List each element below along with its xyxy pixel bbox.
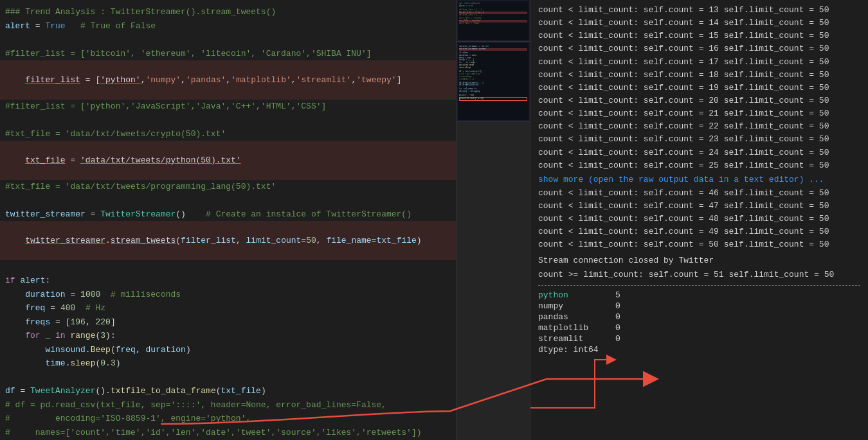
code-line-12: twitter_streamer = TwitterStreamer() # C… bbox=[0, 207, 456, 222]
output-line-48: count < limit_count: self.count = 48 sel… bbox=[538, 213, 860, 225]
output-line-47: count < limit_count: self.count = 47 sel… bbox=[538, 200, 860, 213]
code-line-2: alert = True # True of False bbox=[0, 19, 456, 33]
code-line-14 bbox=[0, 260, 456, 274]
thumb-code-2: twitter_streamer = Twitter twitter_strea… bbox=[458, 43, 529, 120]
output-line-20: count < limit_count: self.count = 20 sel… bbox=[538, 94, 860, 107]
code-line-4: #filter_list = ['bitcoin', 'ethereum', '… bbox=[0, 47, 456, 61]
show-more-link[interactable]: show more (open the raw output data in a… bbox=[538, 175, 860, 184]
data-row-numpy: numpy 0 bbox=[538, 301, 860, 312]
output-line-22: count < limit_count: self.count = 22 sel… bbox=[538, 120, 860, 133]
code-line-25: # encoding='ISO-8859-1', engine='python'… bbox=[0, 412, 456, 426]
output-line-17: count < limit_count: self.count = 17 sel… bbox=[538, 56, 860, 69]
data-table: python 5 numpy 0 pandas 0 matplotlib 0 s… bbox=[538, 290, 860, 355]
output-line-46: count < limit_count: self.count = 46 sel… bbox=[538, 187, 860, 200]
code-line-9: txt_file = 'data/txt/tweets/python(50).t… bbox=[0, 141, 456, 180]
code-line-10: #txt_file = 'data/txt/tweets/programming… bbox=[0, 180, 456, 194]
data-row-python: python 5 bbox=[538, 290, 860, 301]
data-row-matplotlib: matplotlib 0 bbox=[538, 322, 860, 333]
code-line-19: for _ in range(3): bbox=[0, 329, 456, 343]
output-line-18: count < limit_count: self.count = 18 sel… bbox=[538, 69, 860, 82]
code-line-3 bbox=[0, 33, 456, 47]
code-line-16: duration = 1000 # milliseconds bbox=[0, 288, 456, 302]
output-line-23: count < limit_count: self.count = 23 sel… bbox=[538, 133, 860, 146]
data-dtype-row: dtype: int64 bbox=[538, 344, 860, 355]
output-line-19: count < limit_count: self.count = 19 sel… bbox=[538, 82, 860, 94]
stream-closed-msg: Stream connection closed by Twitter bbox=[538, 254, 860, 267]
code-line-6: #filter_list = ['python','JavaScript','J… bbox=[0, 100, 456, 114]
data-row-streamlit: streamlit 0 bbox=[538, 333, 860, 344]
minimap-panel: ### Trend Analysis alert = True #filter_… bbox=[457, 0, 530, 440]
code-editor: ### Trend Analysis : TwitterStreamer().s… bbox=[0, 0, 457, 440]
code-line-15: if alert: bbox=[0, 274, 456, 288]
code-line-26: # names=['count','time','id','len','date… bbox=[0, 426, 456, 440]
thumb-block-2: twitter_streamer = Twitter twitter_strea… bbox=[457, 42, 530, 122]
output-panel: count < limit_count: self.count = 13 sel… bbox=[530, 0, 868, 440]
code-line-23: df = TweetAnalyzer().txtfile_to_data_fra… bbox=[0, 384, 456, 398]
output-line-49: count < limit_count: self.count = 49 sel… bbox=[538, 225, 860, 238]
code-line-24: # df = pd.read_csv(txt_file, sep='::::',… bbox=[0, 398, 456, 412]
code-line-8: #txt_file = 'data/txt/tweets/crypto(50).… bbox=[0, 127, 456, 141]
output-divider bbox=[538, 285, 860, 286]
code-line-7 bbox=[0, 113, 456, 127]
code-line-1: ### Trend Analysis : TwitterStreamer().s… bbox=[0, 5, 456, 19]
code-line-5: filter_list = ['python','numpy','pandas'… bbox=[0, 60, 456, 100]
code-line-17: freq = 400 # Hz bbox=[0, 301, 456, 315]
code-line-11 bbox=[0, 193, 456, 207]
output-line-24: count < limit_count: self.count = 24 sel… bbox=[538, 146, 860, 159]
output-line-14: count < limit_count: self.count = 14 sel… bbox=[538, 17, 860, 30]
code-line-22 bbox=[0, 371, 456, 385]
output-line-25: count < limit_count: self.count = 25 sel… bbox=[538, 159, 860, 172]
output-line-50: count < limit_count: self.count = 50 sel… bbox=[538, 238, 860, 251]
final-output-line: count >= limit_count: self.count = 51 se… bbox=[538, 268, 860, 281]
code-line-20: winsound.Beep(freq, duration) bbox=[0, 343, 456, 357]
thumb-code-1: ### Trend Analysis alert = True #filter_… bbox=[458, 1, 529, 40]
output-lines-bottom: count < limit_count: self.count = 46 sel… bbox=[538, 187, 860, 252]
output-line-21: count < limit_count: self.count = 21 sel… bbox=[538, 107, 860, 120]
code-line-21: time.sleep(0.3) bbox=[0, 356, 456, 371]
code-line-13: twitter_streamer.stream_tweets(filter_li… bbox=[0, 221, 456, 260]
output-line-13: count < limit_count: self.count = 13 sel… bbox=[538, 4, 860, 17]
output-line-16: count < limit_count: self.count = 16 sel… bbox=[538, 42, 860, 55]
thumb-block-1: ### Trend Analysis alert = True #filter_… bbox=[457, 0, 530, 42]
data-row-pandas: pandas 0 bbox=[538, 312, 860, 322]
output-line-15: count < limit_count: self.count = 15 sel… bbox=[538, 30, 860, 42]
output-lines-top: count < limit_count: self.count = 13 sel… bbox=[538, 4, 860, 172]
code-line-18: freqs = [196, 220] bbox=[0, 315, 456, 330]
